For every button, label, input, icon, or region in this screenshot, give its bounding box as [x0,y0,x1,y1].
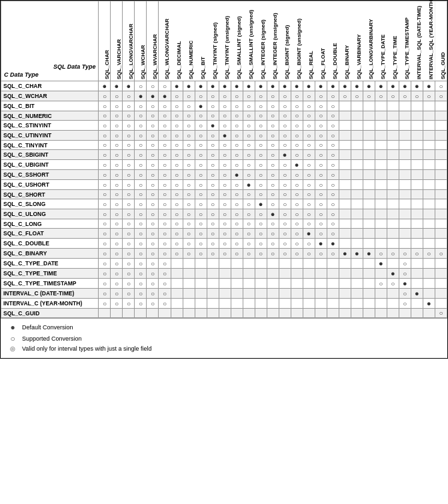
cell-18-16 [291,259,303,269]
cell-3-28 [435,111,447,121]
col-header-9: SQL_TINYINT (signed) [207,1,219,81]
open-dot: ○ [127,250,131,257]
open-dot: ○ [127,300,131,307]
open-dot: ○ [319,141,323,149]
cell-21-17 [303,289,315,299]
cell-15-27 [423,229,435,239]
cell-9-27 [423,170,435,180]
open-dot: ○ [235,240,239,247]
open-dot: ○ [115,250,119,257]
cell-8-23 [375,160,387,170]
cell-4-25 [399,121,411,131]
cell-14-19: ○ [327,219,339,229]
open-dot: ○ [223,103,227,110]
open-dot: ○ [211,132,215,139]
cell-12-23 [375,199,387,209]
open-dot: ○ [103,181,107,189]
cell-10-21 [351,180,363,190]
row-label-20: SQL_C_TYPE_TIMESTAMP [1,279,99,289]
cell-0-12: ● [243,81,255,91]
cell-19-6 [171,269,183,279]
cell-23-8 [195,309,207,318]
open-dot: ○ [211,151,215,159]
open-dot: ○ [295,250,299,257]
cell-0-23: ● [375,81,387,91]
cell-23-1 [111,309,123,318]
cell-19-12 [243,269,255,279]
cell-21-11 [231,289,243,299]
cell-7-28 [435,150,447,160]
cell-3-26 [411,111,423,121]
open-dot: ○ [163,141,167,149]
filled-dot: ● [259,82,263,90]
col-header-7: SQL_NUMERIC [183,1,195,81]
cell-2-28 [435,101,447,111]
cell-13-17: ○ [303,209,315,219]
open-dot: ○ [115,300,119,307]
cell-1-19: ○ [327,91,339,101]
filled-dot: ● [307,229,311,237]
cell-23-26 [411,309,423,318]
cell-13-21 [351,209,363,219]
cell-5-17: ○ [303,131,315,141]
cell-22-9 [207,299,219,309]
cell-7-24 [387,150,399,160]
open-dot: ○ [175,122,179,129]
filled-dot: ● [175,82,179,90]
open-dot: ○ [331,220,335,227]
cell-1-2: ○ [123,91,135,101]
cell-3-27 [423,111,435,121]
cell-22-18 [315,299,327,309]
cell-2-21 [351,101,363,111]
cell-14-24 [387,219,399,229]
open-dot: ○ [283,93,287,100]
cell-9-8: ○ [195,170,207,180]
cell-16-7: ○ [183,239,195,249]
open-dot: ○ [427,250,431,257]
cell-10-20 [339,180,351,190]
cell-4-4: ○ [147,121,159,131]
cell-5-7: ○ [183,131,195,141]
cell-20-20 [339,279,351,289]
open-dot: ○ [115,93,119,100]
cell-7-19: ○ [327,150,339,160]
cell-8-11: ○ [231,160,243,170]
open-dot: ○ [151,151,155,159]
cell-9-14: ○ [267,170,279,180]
open-dot: ○ [403,290,407,297]
cell-7-15: ● [279,150,291,160]
cell-8-28 [435,160,447,170]
cell-2-15: ○ [279,101,291,111]
open-dot: ○ [151,122,155,129]
cell-0-2: ● [123,81,135,91]
open-dot: ○ [307,122,311,129]
cell-12-9: ○ [207,199,219,209]
cell-16-25 [399,239,411,249]
cell-23-27 [423,309,435,318]
cell-11-28 [435,190,447,199]
cell-5-12: ○ [243,131,255,141]
cell-4-15: ○ [279,121,291,131]
cell-12-11: ○ [231,199,243,209]
cell-18-3: ○ [135,259,147,269]
cell-6-0: ○ [99,141,111,150]
open-dot: ○ [103,280,107,287]
open-dot: ○ [331,161,335,169]
cell-16-23 [375,239,387,249]
open-dot: ○ [283,161,287,169]
cell-19-7 [183,269,195,279]
open-dot: ○ [103,211,107,218]
filled-dot: ● [235,171,239,179]
cell-9-16: ○ [291,170,303,180]
cell-13-22 [363,209,375,219]
open-dot: ○ [127,280,131,287]
cell-4-14: ○ [267,121,279,131]
cell-11-13: ○ [255,190,267,199]
cell-8-9: ○ [207,160,219,170]
cell-11-21 [351,190,363,199]
cell-17-26: ○ [411,249,423,259]
open-dot: ○ [139,230,143,237]
cell-14-4: ○ [147,219,159,229]
open-dot: ○ [379,280,383,287]
cell-16-18: ● [315,239,327,249]
